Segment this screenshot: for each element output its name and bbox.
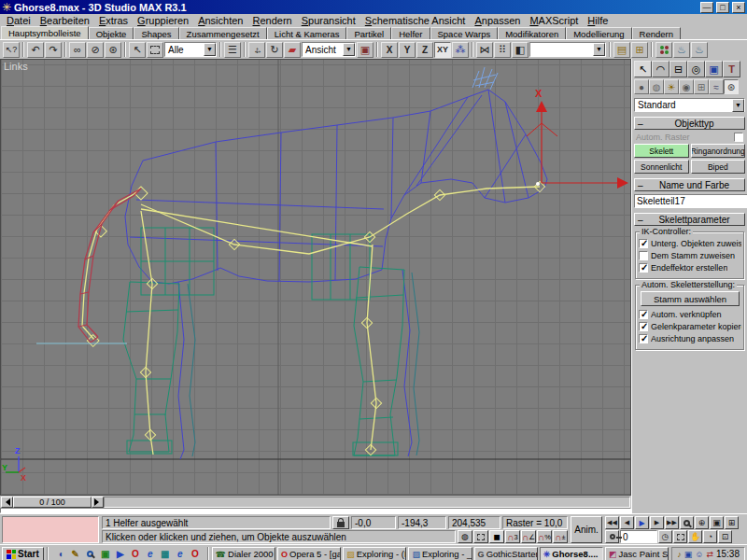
zoom-icon[interactable]	[680, 516, 694, 529]
selection-filter-dropdown[interactable]: Alle ▼	[164, 42, 217, 57]
select-and-help-icon[interactable]: ↖?	[3, 42, 20, 58]
minimize-button[interactable]: —	[700, 2, 713, 13]
selection-lock-button[interactable]	[332, 516, 349, 529]
modify-tab-icon[interactable]: ◠	[652, 61, 669, 77]
task-dialer-2000[interactable]: ☎Dialer 2000	[212, 547, 275, 560]
dropdown-arrow-icon[interactable]: ▼	[732, 99, 744, 112]
viewport-canvas[interactable]: X Z Y X	[1, 60, 630, 495]
undo-icon[interactable]: ↶	[27, 42, 44, 58]
restrict-z-button[interactable]: Z	[416, 42, 433, 58]
volume-icon[interactable]: ♪	[677, 550, 682, 559]
opera-icon[interactable]: O	[129, 548, 142, 560]
check-endeffektor[interactable]: Endeffektor erstellen	[639, 263, 741, 273]
menu-ansichten[interactable]: Ansichten	[193, 15, 247, 26]
select-and-scale-icon[interactable]: ▰	[284, 42, 301, 58]
task-opera-5[interactable]: OOpera 5 - [ga..	[277, 547, 341, 560]
display-tab-icon[interactable]: ▣	[705, 61, 723, 77]
region-zoom-icon[interactable]	[673, 530, 687, 543]
menu-spuransicht[interactable]: Spuransicht	[297, 15, 360, 26]
ringanordnung-button[interactable]: Ringanordnung	[691, 144, 746, 158]
menu-bearbeiten[interactable]: Bearbeiten	[35, 15, 94, 26]
tab-partikel[interactable]: Partikel	[346, 27, 391, 39]
object-name-field[interactable]	[634, 194, 747, 208]
rollout-name-und-farbe[interactable]: – Name und Farbe	[634, 178, 745, 191]
rollout-objekttyp[interactable]: – Objekttyp	[634, 117, 745, 130]
time-slider-track[interactable]	[104, 497, 630, 508]
select-by-name-icon[interactable]: ☰	[224, 42, 241, 58]
task-exploring-2[interactable]: ▨Exploring - _...	[408, 547, 472, 560]
viewport-links[interactable]: Links	[0, 59, 631, 496]
zoom-extents-icon[interactable]: ▣	[710, 516, 724, 529]
checkbox[interactable]	[639, 239, 648, 248]
checkbox[interactable]	[639, 251, 648, 260]
netscape-icon[interactable]: ◖	[54, 548, 67, 560]
named-selection-dropdown[interactable]: ▼	[529, 42, 606, 57]
snap-cube-icon[interactable]: ◼	[489, 530, 504, 543]
key-mode-button[interactable]	[605, 530, 619, 543]
checkbox[interactable]	[639, 322, 648, 331]
internet-explorer-2-icon[interactable]: e	[174, 548, 187, 560]
sonnenlicht-button[interactable]: Sonnenlicht	[634, 160, 689, 174]
time-slider-right-button[interactable]	[92, 497, 104, 508]
menu-gruppieren[interactable]: Gruppieren	[133, 15, 193, 26]
user-icon[interactable]: ☺	[695, 550, 703, 559]
task-exploring-f[interactable]: ▨Exploring - (F:	[343, 547, 406, 560]
autogrid-checkbox[interactable]	[734, 133, 743, 142]
current-frame-field[interactable]	[620, 530, 657, 543]
region-select-icon[interactable]	[147, 42, 163, 58]
go-to-start-button[interactable]: ◀◀	[605, 516, 619, 529]
viewport-label[interactable]: Links	[4, 61, 28, 72]
zoom-all-icon[interactable]: ⊕	[695, 516, 709, 529]
pan-hand-icon[interactable]: ✋	[688, 530, 702, 543]
tab-helfer[interactable]: Helfer	[391, 27, 430, 39]
close-button[interactable]: ×	[732, 2, 745, 13]
cameras-category-icon[interactable]: ◉	[679, 79, 694, 94]
menu-hilfe[interactable]: Hilfe	[583, 15, 613, 26]
display-icon[interactable]: ▣	[684, 550, 693, 559]
tab-space-warps[interactable]: Space Warps	[430, 27, 499, 39]
systems-category-icon[interactable]: ⊛	[724, 79, 739, 94]
maxscript-mini-listener[interactable]	[2, 516, 99, 543]
min-max-toggle-icon[interactable]: ⊡	[718, 530, 732, 543]
motion-tab-icon[interactable]: ◎	[687, 61, 705, 77]
space-warps-category-icon[interactable]: ≈	[709, 79, 724, 94]
task-ghorse8-max[interactable]: ✳Ghorse8....	[540, 547, 603, 560]
align-icon[interactable]: ◧	[512, 42, 529, 58]
check-ausrichtung[interactable]: Ausrichtung anpassen	[639, 334, 741, 343]
menu-anpassen[interactable]: Anpassen	[470, 15, 525, 26]
coordsys-dropdown[interactable]: Ansicht ▼	[302, 42, 356, 57]
zoom-extents-all-icon[interactable]: ⊞	[725, 516, 739, 529]
schematic-view-icon[interactable]: ⊞	[631, 42, 648, 58]
degradation-icon[interactable]: ◍	[458, 530, 472, 543]
tab-modifikatoren[interactable]: Modifikatoren	[498, 27, 566, 39]
arc-rotate-icon[interactable]: ◔	[703, 530, 717, 543]
network-icon[interactable]: ⇄	[706, 550, 713, 559]
dropdown-arrow-icon[interactable]: ▼	[204, 43, 216, 56]
tab-zusammengesetzt[interactable]: Zusammengesetzt	[179, 27, 267, 39]
angle-snap-icon[interactable]: ∩∠	[521, 530, 536, 543]
select-and-move-icon[interactable]: ↔↕	[248, 42, 265, 58]
media-player-icon[interactable]: ▶	[114, 548, 127, 560]
taskbar-clock[interactable]: 15:38	[716, 549, 740, 559]
internet-explorer-icon[interactable]: e	[144, 548, 157, 560]
checkbox[interactable]	[639, 334, 648, 343]
select-object-icon[interactable]: ↖	[129, 42, 146, 58]
mirror-icon[interactable]: ⋈	[476, 42, 493, 58]
dropdown-arrow-icon[interactable]: ▼	[593, 43, 605, 56]
restrict-y-button[interactable]: Y	[399, 42, 416, 58]
ik-toggle-icon[interactable]: ⁂	[452, 42, 469, 58]
animate-button[interactable]: Anim.	[571, 516, 602, 543]
biped-button[interactable]: Biped	[691, 160, 746, 174]
geometry-category-icon[interactable]: ●	[634, 79, 649, 94]
play-button[interactable]: ▶	[635, 516, 649, 529]
material-editor-icon[interactable]	[655, 42, 672, 58]
previous-frame-button[interactable]: ◀	[620, 516, 634, 529]
time-slider-left-button[interactable]	[1, 497, 13, 508]
menu-schematische-ansicht[interactable]: Schematische Ansicht	[360, 15, 471, 26]
go-to-end-button[interactable]: ▶▶	[665, 516, 679, 529]
render-scene-icon[interactable]: ♨	[673, 42, 690, 58]
restrict-xy-plane-button[interactable]: XY	[434, 42, 451, 58]
menu-extras[interactable]: Extras	[94, 15, 133, 26]
start-button[interactable]: Start	[2, 547, 44, 560]
shapes-category-icon[interactable]: ◍	[649, 79, 664, 94]
